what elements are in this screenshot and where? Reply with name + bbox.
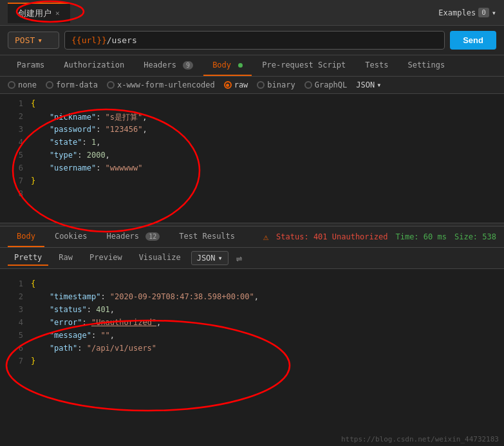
chevron-down-icon: ▾ [377, 80, 381, 89]
response-tab-headers[interactable]: Headers 12 [97, 227, 169, 247]
body-type-graphql[interactable]: GraphQL [304, 80, 348, 89]
tab-title-text: 创建用户 [18, 8, 51, 19]
status-code-display: Status: 401 Unauthorized [276, 232, 387, 241]
body-type-none[interactable]: none [8, 80, 37, 89]
chevron-down-icon: ▾ [492, 8, 496, 17]
response-code-lines: 1 { 2 "timestamp": "2020-09-29T08:47:38.… [0, 274, 504, 372]
chevron-down-icon: ▾ [37, 35, 42, 45]
response-headers-count: 12 [145, 232, 160, 241]
request-tab-nav: Params Authorization Headers 9 Body Pre-… [0, 55, 504, 77]
status-value: 401 Unauthorized [313, 232, 388, 241]
close-tab-button[interactable]: ✕ [55, 9, 60, 17]
resp-code-line-7: 7 } [0, 357, 504, 369]
resp-code-line-2: 2 "timestamp": "2020-09-29T08:47:38.598+… [0, 292, 504, 305]
url-input[interactable]: {{url}}/users [64, 31, 445, 50]
response-body-editor: 1 { 2 "timestamp": "2020-09-29T08:47:38.… [0, 269, 504, 372]
top-bar: 创建用户 ✕ Examples 0 ▾ [0, 0, 504, 26]
method-label: POST [15, 35, 35, 45]
tab-params[interactable]: Params [8, 55, 53, 76]
status-error-icon: ⚠ [263, 232, 268, 242]
tab-pre-request[interactable]: Pre-request Script [253, 55, 355, 76]
tab-body[interactable]: Body [203, 55, 252, 76]
code-line-6: 6 "username": "wwwwww" [0, 163, 504, 176]
wrap-icon[interactable]: ⇌ [236, 252, 243, 265]
code-line-7: 7 } [0, 176, 504, 189]
status-time-display: Time: 60 ms [395, 232, 446, 241]
watermark: https://blog.csdn.net/weixin_44732183 [341, 435, 499, 443]
format-tab-raw[interactable]: Raw [52, 250, 79, 266]
status-size-display: Size: 538 [454, 232, 496, 241]
url-template-part: {{url}} [71, 35, 107, 45]
resp-code-line-4: 4 "error": "Unauthorized", [0, 318, 504, 331]
size-value: 538 [482, 232, 496, 241]
resp-code-line-1: 1 { [0, 279, 504, 292]
resp-code-line-3: 3 "status": 401, [0, 305, 504, 318]
body-type-bar: none form-data x-www-form-urlencoded raw… [0, 77, 504, 94]
format-tab-visualize[interactable]: Visualize [133, 250, 187, 266]
radio-raw [224, 81, 232, 89]
json-format-dropdown[interactable]: JSON ▾ [356, 80, 381, 89]
body-type-binary[interactable]: binary [257, 80, 295, 89]
body-active-dot [238, 63, 243, 68]
radio-urlencoded [107, 81, 115, 89]
tab-authorization[interactable]: Authorization [55, 55, 133, 76]
radio-graphql [304, 81, 312, 89]
format-tab-pretty[interactable]: Pretty [8, 250, 48, 266]
code-line-4: 4 "state": 1, [0, 138, 504, 151]
response-status-info: ⚠ Status: 401 Unauthorized Time: 60 ms S… [263, 232, 496, 242]
tab-tests[interactable]: Tests [356, 55, 397, 76]
radio-form-data [46, 81, 53, 89]
examples-label: Examples [438, 8, 476, 17]
examples-button[interactable]: Examples 0 ▾ [438, 8, 496, 17]
headers-count-badge: 9 [183, 61, 193, 70]
radio-none [8, 81, 15, 89]
send-button[interactable]: Send [450, 31, 496, 50]
body-type-form-data[interactable]: form-data [46, 80, 98, 89]
body-type-raw[interactable]: raw [224, 80, 248, 89]
time-value: 60 ms [424, 232, 447, 241]
request-tab[interactable]: 创建用户 ✕ [8, 3, 70, 23]
format-bar: Pretty Raw Preview Visualize JSON ▾ ⇌ [0, 248, 504, 269]
body-type-urlencoded[interactable]: x-www-form-urlencoded [107, 80, 215, 89]
request-code-lines: 1 { 2 "nickname": "s是打算", 3 "password": … [0, 94, 504, 207]
format-json-select[interactable]: JSON ▾ [191, 251, 229, 265]
app-container: 创建用户 ✕ Examples 0 ▾ POST ▾ {{url}}/users… [0, 0, 504, 446]
tab-headers[interactable]: Headers 9 [135, 55, 202, 76]
response-tab-nav: Body Cookies Headers 12 Test Results ⚠ S… [0, 227, 504, 248]
code-line-5: 5 "type": 2000, [0, 151, 504, 163]
resp-code-line-5: 5 "message": "", [0, 331, 504, 344]
radio-binary [257, 81, 265, 89]
format-tab-preview[interactable]: Preview [83, 250, 129, 266]
response-tab-cookies[interactable]: Cookies [46, 227, 97, 247]
code-line-3: 3 "password": "123456", [0, 125, 504, 138]
resp-code-line-6: 6 "path": "/api/v1/users" [0, 344, 504, 357]
url-path-part: /users [107, 35, 137, 45]
method-selector[interactable]: POST ▾ [8, 32, 59, 49]
url-bar: POST ▾ {{url}}/users Send [0, 26, 504, 55]
code-line-8: 8 [0, 189, 504, 202]
response-tab-body[interactable]: Body [8, 227, 44, 247]
chevron-down-icon: ▾ [218, 254, 223, 263]
code-line-2: 2 "nickname": "s是打算", [0, 112, 504, 125]
response-tab-test-results[interactable]: Test Results [170, 227, 244, 247]
request-body-editor[interactable]: 1 { 2 "nickname": "s是打算", 3 "password": … [0, 94, 504, 223]
tab-settings[interactable]: Settings [398, 55, 454, 76]
code-line-1: 1 { [0, 99, 504, 112]
examples-count: 0 [478, 8, 489, 17]
